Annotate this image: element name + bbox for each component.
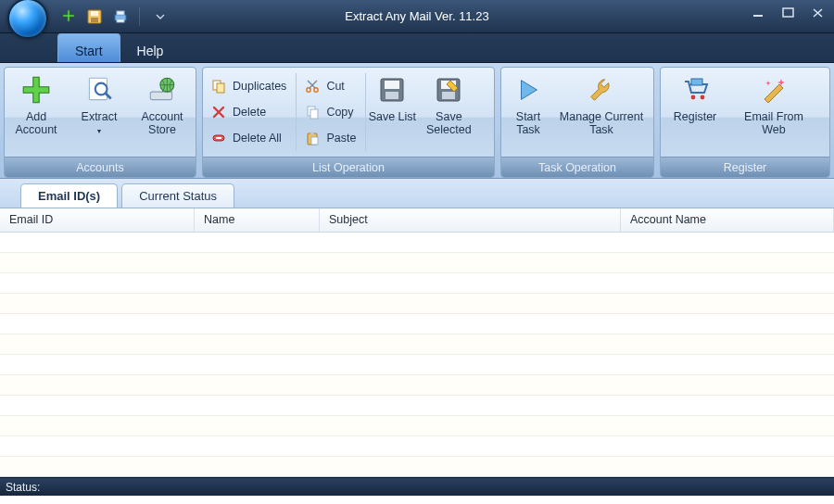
- delete-x-icon: [210, 104, 227, 120]
- column-header-email-id[interactable]: Email ID: [0, 208, 195, 232]
- table-row[interactable]: [0, 416, 834, 436]
- plus-icon: [61, 9, 76, 24]
- maximize-button[interactable]: [778, 6, 799, 20]
- close-button[interactable]: [808, 6, 828, 20]
- magnifier-page-icon: [82, 73, 116, 107]
- extract-button[interactable]: Extract▾: [68, 68, 131, 157]
- chevron-down-icon: ▾: [97, 127, 101, 135]
- table-body: [0, 233, 834, 477]
- svg-point-16: [307, 88, 310, 92]
- app-orb-button[interactable]: [7, 0, 48, 39]
- svg-rect-15: [216, 137, 221, 139]
- svg-rect-7: [783, 8, 793, 17]
- menu-tab-label: Start: [75, 44, 103, 58]
- statusbar: Status:: [0, 477, 834, 496]
- table-row[interactable]: [0, 253, 834, 273]
- svg-rect-25: [385, 92, 398, 99]
- save-list-button[interactable]: Save List: [366, 68, 418, 157]
- ribbon: Add Account Extract▾ Account Store Accou…: [0, 63, 834, 179]
- table-row[interactable]: [0, 273, 834, 294]
- ribbon-group-accounts: Add Account Extract▾ Account Store Accou…: [4, 67, 196, 178]
- svg-rect-13: [217, 83, 224, 93]
- table-row[interactable]: [0, 334, 834, 355]
- duplicates-button[interactable]: Duplicates: [207, 74, 290, 98]
- plus-green-icon: [19, 73, 53, 107]
- group-title: Accounts: [5, 157, 196, 177]
- menu-tab-start[interactable]: Start: [57, 33, 120, 62]
- svg-point-30: [701, 95, 705, 100]
- delete-all-button[interactable]: Delete All: [207, 126, 290, 150]
- ribbon-group-list-operation: Duplicates Delete Delete All Cut Copy Pa…: [202, 67, 495, 178]
- table-row[interactable]: [0, 233, 834, 253]
- globe-drive-icon: [145, 73, 179, 107]
- scissors-icon: [304, 78, 321, 94]
- cut-button[interactable]: Cut: [300, 74, 360, 98]
- table-row[interactable]: [0, 375, 834, 396]
- svg-rect-6: [753, 15, 763, 17]
- register-button[interactable]: Register: [661, 68, 729, 157]
- duplicates-icon: [210, 78, 227, 94]
- start-task-button[interactable]: Start Task: [501, 68, 555, 157]
- group-title: Task Operation: [501, 157, 653, 177]
- svg-rect-1: [91, 11, 98, 16]
- minimize-button[interactable]: [749, 6, 769, 20]
- svg-rect-31: [691, 79, 702, 85]
- titlebar: Extract Any Mail Ver. 11.23: [0, 0, 834, 33]
- email-table: Email ID Name Subject Account Name: [0, 208, 834, 477]
- column-header-account-name[interactable]: Account Name: [621, 208, 834, 232]
- paste-button[interactable]: Paste: [300, 126, 360, 150]
- svg-rect-24: [385, 81, 399, 89]
- floppy-icon: [375, 73, 409, 107]
- copy-icon: [304, 104, 321, 120]
- copy-button[interactable]: Copy: [300, 100, 360, 124]
- delete-button[interactable]: Delete: [207, 100, 290, 124]
- window-controls: [749, 6, 828, 20]
- manage-current-task-button[interactable]: Manage Current Task: [555, 68, 648, 157]
- content-tabstrip: Email ID(s) Current Status: [0, 179, 834, 208]
- svg-rect-22: [311, 137, 318, 145]
- qat-save-button[interactable]: [85, 7, 104, 26]
- save-selected-button[interactable]: Save Selected: [418, 68, 479, 157]
- chevron-down-icon: [156, 12, 165, 21]
- svg-rect-19: [310, 109, 318, 119]
- column-header-name[interactable]: Name: [195, 208, 320, 232]
- close-icon: [812, 7, 825, 19]
- svg-rect-2: [91, 18, 98, 22]
- table-row[interactable]: [0, 457, 834, 477]
- account-store-button[interactable]: Account Store: [131, 68, 194, 157]
- table-header-row: Email ID Name Subject Account Name: [0, 208, 834, 233]
- qat-print-button[interactable]: [111, 7, 130, 26]
- tab-email-ids[interactable]: Email ID(s): [20, 183, 118, 208]
- ribbon-group-task-operation: Start Task Manage Current Task Task Oper…: [500, 67, 654, 178]
- menubar: Start Help: [0, 33, 834, 63]
- floppy-pencil-icon: [432, 73, 465, 107]
- svg-rect-5: [117, 19, 124, 22]
- svg-rect-4: [117, 11, 124, 15]
- qat-separator: [139, 7, 140, 26]
- table-row[interactable]: [0, 294, 834, 314]
- cart-icon: [678, 73, 712, 107]
- minimize-icon: [752, 7, 765, 19]
- email-from-web-button[interactable]: Email From Web: [729, 68, 818, 157]
- menu-tab-help[interactable]: Help: [120, 33, 181, 62]
- printer-icon: [113, 9, 128, 24]
- quick-access-toolbar: [59, 7, 168, 26]
- wrench-icon: [585, 73, 618, 107]
- svg-point-29: [691, 95, 696, 100]
- table-row[interactable]: [0, 355, 834, 375]
- column-header-subject[interactable]: Subject: [320, 208, 621, 232]
- qat-customize-button[interactable]: [153, 7, 168, 26]
- add-account-button[interactable]: Add Account: [5, 68, 68, 157]
- qat-add-button[interactable]: [59, 7, 78, 26]
- play-icon: [512, 73, 545, 107]
- tab-current-status[interactable]: Current Status: [121, 183, 234, 208]
- table-row[interactable]: [0, 436, 834, 457]
- table-row[interactable]: [0, 314, 834, 334]
- ribbon-group-register: Register Email From Web Register: [660, 67, 830, 178]
- maximize-icon: [782, 7, 795, 19]
- group-title: List Operation: [203, 157, 494, 177]
- table-row[interactable]: [0, 396, 834, 416]
- svg-rect-8: [89, 78, 107, 99]
- svg-point-17: [314, 88, 318, 92]
- svg-rect-21: [310, 132, 314, 134]
